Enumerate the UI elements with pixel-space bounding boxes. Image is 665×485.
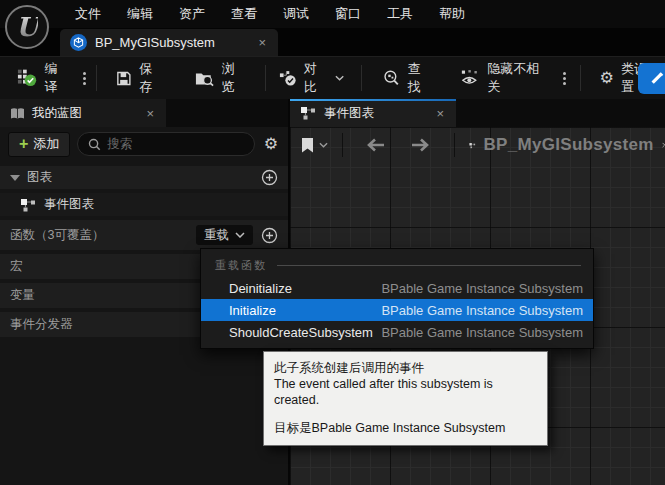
nav-back-button[interactable] — [356, 138, 394, 152]
breadcrumb[interactable]: BP_MyGISubsystem — [484, 135, 654, 155]
hide-unrelated-eye-icon — [460, 69, 480, 87]
menu-help[interactable]: 帮助 — [426, 0, 478, 28]
event-graph-tab-close-icon[interactable]: × — [432, 106, 448, 121]
plus-icon: + — [19, 136, 28, 152]
class-settings-gear-icon: ⚙ — [600, 70, 614, 86]
graph-tab-strip: 事件图表 × — [290, 99, 665, 127]
chevron-down-icon — [235, 232, 245, 238]
search-icon — [88, 138, 101, 151]
menu-debug[interactable]: 调试 — [270, 0, 322, 28]
tooltip-description-en: The event called after this subsystem is… — [274, 376, 537, 408]
bookmarks-button[interactable] — [300, 137, 328, 154]
chevron-down-icon — [335, 75, 344, 81]
list-item-event-graph[interactable]: 事件图表 — [0, 193, 288, 216]
breadcrumb-chevron-icon — [662, 136, 665, 154]
my-blueprint-toolbar: + 添加 搜索 ⚙ — [0, 127, 288, 161]
override-function-menu: 重载函数 Deinitialize BPable Game Instance S… — [200, 248, 594, 349]
toolbar-separator — [265, 65, 266, 91]
main-menu-bar: U 文件 编辑 资产 查看 调试 窗口 工具 帮助 — [0, 0, 665, 28]
tab-my-blueprint[interactable]: 我的蓝图 × — [0, 99, 166, 127]
section-graphs[interactable]: 图表 — [0, 166, 288, 189]
my-blueprint-tab-close-icon[interactable]: × — [142, 106, 158, 121]
menu-asset[interactable]: 资产 — [166, 0, 218, 28]
panel-settings-gear-icon[interactable]: ⚙ — [262, 136, 280, 152]
add-button[interactable]: + 添加 — [8, 132, 70, 157]
find-button[interactable]: 查找 — [374, 57, 441, 100]
save-button[interactable]: 保存 — [107, 57, 172, 100]
override-dropdown-button[interactable]: 重载 — [196, 225, 253, 245]
chevron-down-icon — [319, 142, 328, 148]
add-function-icon[interactable] — [261, 227, 278, 244]
compile-options-dots-icon[interactable] — [77, 72, 92, 85]
class-defaults-button[interactable] — [638, 63, 665, 94]
menu-edit[interactable]: 编辑 — [114, 0, 166, 28]
menu-item-deinitialize[interactable]: Deinitialize BPable Game Instance Subsys… — [201, 277, 593, 299]
collapse-triangle-icon[interactable] — [10, 175, 20, 181]
blueprint-toolbar: 编译 保存 浏览 对比 — [0, 56, 665, 99]
tab-event-graph[interactable]: 事件图表 × — [290, 99, 456, 127]
menu-file[interactable]: 文件 — [62, 0, 114, 28]
my-blueprint-tab-strip: 我的蓝图 × — [0, 99, 288, 127]
my-blueprint-tab-title: 我的蓝图 — [32, 105, 135, 122]
bookmark-icon — [300, 137, 315, 154]
browse-button[interactable]: 浏览 — [186, 57, 255, 100]
search-placeholder: 搜索 — [107, 136, 132, 153]
class-defaults-icon — [649, 71, 664, 86]
blueprint-asset-icon — [70, 34, 87, 51]
nav-forward-button[interactable] — [402, 138, 440, 152]
tooltip-target: 目标是BPable Game Instance Subsystem — [274, 420, 537, 436]
event-graph-icon — [20, 198, 37, 212]
section-functions[interactable]: 函数（3可覆盖） 重载 — [0, 220, 288, 250]
asset-tab-bp-mygisubsystem[interactable]: BP_MyGISubsystem × — [60, 29, 278, 56]
event-graph-tab-title: 事件图表 — [324, 105, 425, 122]
search-input[interactable]: 搜索 — [77, 132, 254, 156]
compile-icon — [17, 68, 37, 88]
menu-item-shouldcreatesubsystem[interactable]: ShouldCreateSubsystem BPable Game Instan… — [201, 321, 593, 343]
breadcrumb-graph-icon — [469, 136, 476, 155]
unreal-engine-logo-icon[interactable]: U — [5, 5, 49, 49]
asset-tab-title: BP_MyGISubsystem — [95, 35, 246, 50]
menu-view[interactable]: 查看 — [218, 0, 270, 28]
arrow-right-icon — [411, 138, 431, 152]
header-divider-line — [277, 265, 581, 266]
browse-icon — [195, 70, 214, 87]
hide-unrelated-button[interactable]: 隐藏不相关 — [451, 57, 557, 100]
function-tooltip: 此子系统创建后调用的事件 The event called after this… — [263, 351, 548, 446]
toolbar-separator — [361, 65, 362, 91]
arrow-left-icon — [365, 138, 385, 152]
my-blueprint-book-icon — [10, 107, 25, 120]
event-graph-tab-icon — [300, 106, 317, 120]
menu-window[interactable]: 窗口 — [322, 0, 374, 28]
toolbar-separator — [96, 65, 97, 91]
diff-button[interactable]: 对比 — [270, 57, 353, 100]
asset-tab-strip: BP_MyGISubsystem × — [0, 28, 665, 56]
add-graph-icon[interactable] — [261, 169, 278, 186]
diff-icon — [279, 69, 297, 87]
compile-button[interactable]: 编译 — [8, 57, 77, 100]
hide-unrelated-options-dots-icon[interactable] — [557, 72, 572, 85]
override-menu-header: 重载函数 — [201, 249, 593, 277]
find-icon — [383, 69, 401, 87]
unreal-blueprint-editor: { "menu_bar": { "items": ["文件", "编辑", "资… — [0, 0, 665, 485]
save-icon — [116, 70, 132, 87]
tooltip-description-cn: 此子系统创建后调用的事件 — [274, 360, 537, 376]
toolbar-separator — [580, 65, 581, 91]
menu-item-initialize[interactable]: Initialize BPable Game Instance Subsyste… — [201, 299, 593, 321]
asset-tab-close-icon[interactable]: × — [254, 35, 270, 50]
graph-navigation-bar: BP_MyGISubsystem — [290, 127, 665, 163]
menu-tools[interactable]: 工具 — [374, 0, 426, 28]
